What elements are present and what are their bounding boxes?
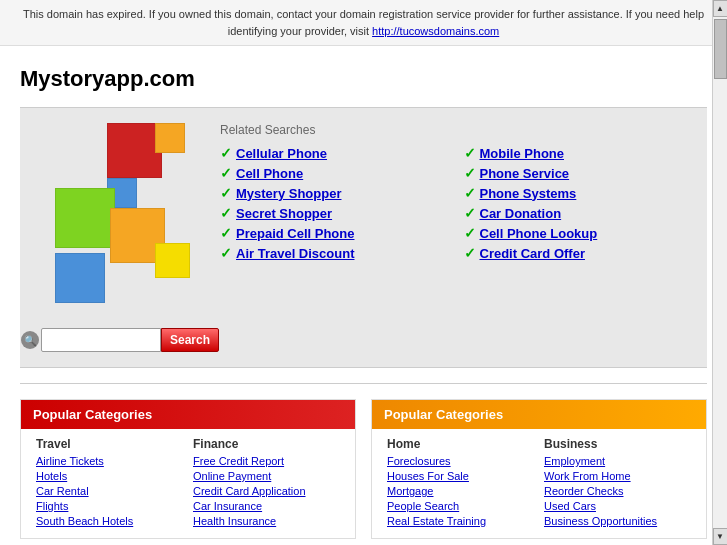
popular-link[interactable]: Reorder Checks [544, 485, 691, 497]
logo-block [155, 243, 190, 278]
scrollbar-down-button[interactable]: ▼ [713, 528, 728, 545]
search-input[interactable] [41, 328, 161, 352]
links-grid: ✓Cellular Phone✓Cell Phone✓Mystery Shopp… [220, 145, 687, 261]
upper-section: 🔍 Search Related Searches ✓Cellular Phon… [20, 108, 707, 368]
related-searches-title: Related Searches [220, 123, 687, 137]
check-icon: ✓ [220, 205, 232, 221]
search-link-item: ✓Cell Phone [220, 165, 444, 181]
check-icon: ✓ [220, 225, 232, 241]
home-column: Home ForeclosuresHouses For SaleMortgage… [382, 437, 539, 530]
scrollbar-up-button[interactable]: ▲ [713, 0, 728, 17]
search-link[interactable]: Cell Phone [236, 166, 303, 181]
logo-grid [55, 123, 185, 313]
logo-block [55, 188, 115, 248]
check-icon: ✓ [464, 185, 476, 201]
popular-categories-right-body: Home ForeclosuresHouses For SaleMortgage… [372, 429, 706, 538]
search-link-item: ✓Mystery Shopper [220, 185, 444, 201]
search-link-item: ✓Secret Shopper [220, 205, 444, 221]
popular-link[interactable]: Car Rental [36, 485, 183, 497]
popular-link[interactable]: Business Opportunities [544, 515, 691, 527]
popular-section: Popular Categories Travel Airline Ticket… [20, 399, 707, 545]
popular-link[interactable]: Mortgage [387, 485, 534, 497]
popular-link[interactable]: Employment [544, 455, 691, 467]
popular-link[interactable]: Used Cars [544, 500, 691, 512]
main-wrapper: Mystoryapp.com 🔍 Search Related Searches… [0, 46, 727, 545]
popular-link[interactable]: Work From Home [544, 470, 691, 482]
finance-column-title: Finance [193, 437, 340, 451]
check-icon: ✓ [220, 185, 232, 201]
popular-link[interactable]: Health Insurance [193, 515, 340, 527]
popular-categories-left-header: Popular Categories [21, 400, 355, 429]
popular-link[interactable]: Hotels [36, 470, 183, 482]
search-link-item: ✓Cellular Phone [220, 145, 444, 161]
popular-link[interactable]: Foreclosures [387, 455, 534, 467]
popular-link[interactable]: Airline Tickets [36, 455, 183, 467]
search-link-item: ✓Mobile Phone [464, 145, 688, 161]
logo-area: 🔍 Search [40, 123, 200, 352]
check-icon: ✓ [220, 145, 232, 161]
links-col-right: ✓Mobile Phone✓Phone Service✓Phone System… [464, 145, 688, 261]
section-divider [20, 383, 707, 384]
popular-link[interactable]: Flights [36, 500, 183, 512]
notice-text: This domain has expired. If you owned th… [23, 8, 704, 37]
popular-link[interactable]: Real Estate Training [387, 515, 534, 527]
popular-link[interactable]: Houses For Sale [387, 470, 534, 482]
notice-link[interactable]: http://tucowsdomains.com [372, 25, 499, 37]
search-link[interactable]: Credit Card Offer [480, 246, 585, 261]
search-link[interactable]: Cell Phone Lookup [480, 226, 598, 241]
search-icon: 🔍 [21, 331, 39, 349]
scrollbar-thumb[interactable] [714, 19, 727, 79]
related-searches: Related Searches ✓Cellular Phone✓Cell Ph… [220, 123, 687, 261]
popular-link[interactable]: Credit Card Application [193, 485, 340, 497]
search-link[interactable]: Secret Shopper [236, 206, 332, 221]
check-icon: ✓ [220, 165, 232, 181]
search-button[interactable]: Search [161, 328, 219, 352]
search-link[interactable]: Prepaid Cell Phone [236, 226, 354, 241]
search-link[interactable]: Car Donation [480, 206, 562, 221]
check-icon: ✓ [464, 205, 476, 221]
logo-block [155, 123, 185, 153]
popular-link[interactable]: People Search [387, 500, 534, 512]
business-column: Business EmploymentWork From HomeReorder… [539, 437, 696, 530]
popular-link[interactable]: Free Credit Report [193, 455, 340, 467]
search-link-item: ✓Car Donation [464, 205, 688, 221]
popular-categories-left-body: Travel Airline TicketsHotelsCar RentalFl… [21, 429, 355, 538]
logo-block [55, 253, 105, 303]
notice-bar: This domain has expired. If you owned th… [0, 0, 727, 46]
travel-column-title: Travel [36, 437, 183, 451]
popular-categories-left: Popular Categories Travel Airline Ticket… [20, 399, 356, 539]
search-link-item: ✓Credit Card Offer [464, 245, 688, 261]
search-link-item: ✓Air Travel Discount [220, 245, 444, 261]
check-icon: ✓ [464, 225, 476, 241]
popular-link[interactable]: South Beach Hotels [36, 515, 183, 527]
logo-block [107, 123, 162, 178]
popular-link[interactable]: Car Insurance [193, 500, 340, 512]
check-icon: ✓ [464, 165, 476, 181]
business-column-title: Business [544, 437, 691, 451]
search-link[interactable]: Air Travel Discount [236, 246, 354, 261]
search-link-item: ✓Phone Systems [464, 185, 688, 201]
popular-link[interactable]: Online Payment [193, 470, 340, 482]
home-column-title: Home [387, 437, 534, 451]
popular-categories-right-header: Popular Categories [372, 400, 706, 429]
popular-categories-right: Popular Categories Home ForeclosuresHous… [371, 399, 707, 539]
search-link[interactable]: Phone Systems [480, 186, 577, 201]
search-link[interactable]: Cellular Phone [236, 146, 327, 161]
finance-column: Finance Free Credit ReportOnline Payment… [188, 437, 345, 530]
site-title: Mystoryapp.com [20, 56, 707, 108]
search-link[interactable]: Phone Service [480, 166, 570, 181]
search-link-item: ✓Phone Service [464, 165, 688, 181]
check-icon: ✓ [464, 145, 476, 161]
search-link-item: ✓Cell Phone Lookup [464, 225, 688, 241]
check-icon: ✓ [464, 245, 476, 261]
search-link[interactable]: Mobile Phone [480, 146, 565, 161]
travel-column: Travel Airline TicketsHotelsCar RentalFl… [31, 437, 188, 530]
check-icon: ✓ [220, 245, 232, 261]
search-link-item: ✓Prepaid Cell Phone [220, 225, 444, 241]
links-col-left: ✓Cellular Phone✓Cell Phone✓Mystery Shopp… [220, 145, 444, 261]
scrollbar[interactable]: ▲ ▼ [712, 0, 727, 545]
search-link[interactable]: Mystery Shopper [236, 186, 341, 201]
search-area: 🔍 Search [21, 328, 219, 352]
